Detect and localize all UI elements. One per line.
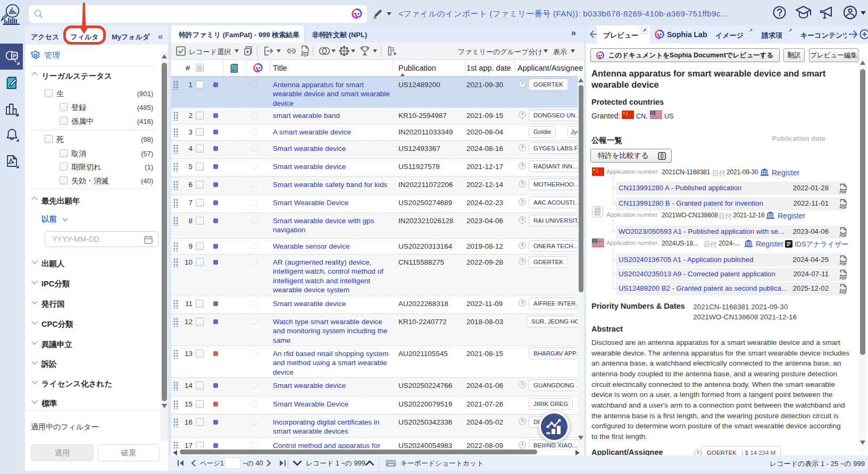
- svg-text:PDF: PDF: [840, 262, 847, 266]
- svg-text:PDF: PDF: [840, 234, 847, 238]
- svg-text:PDF: PDF: [840, 276, 847, 280]
- svg-text:PDF: PDF: [840, 291, 847, 294]
- svg-text:P: P: [13, 53, 16, 58]
- svg-text:PDF: PDF: [301, 53, 309, 57]
- svg-text:PDF: PDF: [840, 206, 847, 209]
- svg-text:PDF: PDF: [840, 190, 847, 194]
